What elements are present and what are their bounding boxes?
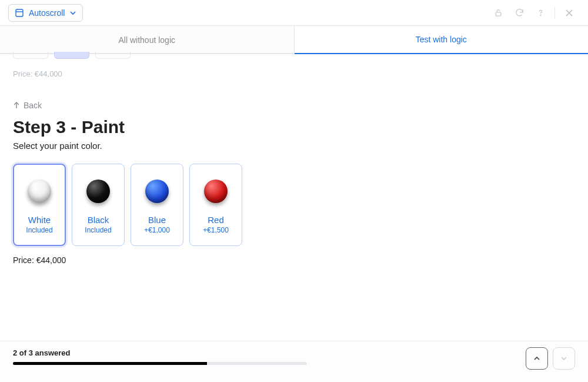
back-link[interactable]: Back — [13, 101, 575, 110]
ghost-option — [13, 52, 48, 59]
step-price: Price: €44,000 — [13, 255, 575, 265]
previous-step-price: Price: €44,000 — [13, 69, 575, 78]
option-black[interactable]: Black Included — [72, 164, 125, 246]
progress-fill — [13, 362, 207, 365]
autoscroll-dropdown[interactable]: Autoscroll — [8, 4, 83, 22]
tab-label: All without logic — [119, 35, 176, 45]
option-label: Red — [208, 215, 224, 225]
nav-down-button[interactable] — [553, 347, 575, 370]
lock-icon[interactable] — [487, 2, 509, 24]
ghost-option — [95, 52, 131, 59]
content: Price: €44,000 Back Step 3 - Paint Selec… — [0, 54, 588, 341]
footer: 2 of 3 answered — [0, 341, 588, 382]
chevron-up-icon — [533, 354, 541, 363]
option-label: White — [28, 215, 51, 225]
refresh-icon[interactable] — [509, 2, 530, 24]
toolbar: Autoscroll — [0, 0, 588, 26]
option-blue[interactable]: Blue +€1,000 — [131, 164, 183, 246]
arrow-up-icon — [13, 102, 20, 109]
swatch-red — [204, 180, 228, 203]
option-price: Included — [26, 226, 52, 234]
option-label: Black — [88, 215, 109, 225]
chevron-down-icon — [69, 9, 76, 16]
option-white[interactable]: White Included — [13, 164, 66, 246]
separator — [554, 7, 555, 19]
answered-count: 2 of 3 answered — [13, 348, 575, 357]
close-icon[interactable] — [559, 2, 580, 24]
tabs: All without logic Test with logic — [0, 26, 588, 54]
nav-up-button[interactable] — [526, 347, 548, 370]
svg-rect-0 — [16, 9, 23, 16]
tab-label: Test with logic — [416, 35, 467, 44]
swatch-white — [28, 180, 51, 203]
autoscroll-label: Autoscroll — [29, 8, 65, 18]
svg-rect-2 — [496, 12, 501, 16]
help-icon[interactable] — [530, 2, 551, 24]
window-icon — [15, 8, 24, 18]
swatch-blue — [145, 180, 169, 203]
step-title: Step 3 - Paint — [13, 117, 575, 137]
step-subtitle: Select your paint color. — [13, 141, 575, 151]
tab-all-without-logic[interactable]: All without logic — [0, 26, 295, 54]
nav-buttons — [526, 347, 575, 370]
paint-options: White Included Black Included Blue +€1,0… — [13, 164, 575, 246]
svg-point-3 — [540, 15, 540, 15]
swatch-black — [86, 180, 110, 203]
option-price: +€1,500 — [203, 226, 229, 234]
progress-track — [13, 362, 307, 365]
option-price: +€1,000 — [144, 226, 170, 234]
chevron-down-icon — [560, 354, 568, 363]
ghost-option-selected — [54, 52, 89, 59]
option-red[interactable]: Red +€1,500 — [189, 164, 242, 246]
back-label: Back — [24, 101, 42, 110]
option-label: Blue — [148, 215, 166, 225]
option-price: Included — [85, 226, 111, 234]
previous-step-options — [13, 52, 575, 59]
tab-test-with-logic[interactable]: Test with logic — [295, 26, 589, 54]
